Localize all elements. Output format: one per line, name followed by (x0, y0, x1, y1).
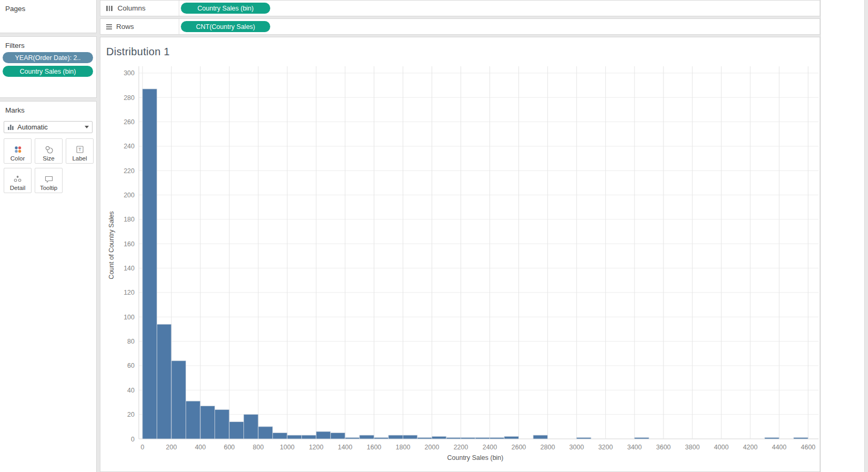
worksheet: Distribution 1 0204060801001201401601802… (100, 37, 820, 472)
histogram-bar[interactable] (577, 438, 591, 439)
histogram-bar[interactable] (446, 438, 461, 439)
y-tick-label: 60 (127, 362, 135, 369)
histogram-bar[interactable] (417, 438, 432, 439)
histogram-bar[interactable] (287, 435, 301, 439)
x-tick-label: 4400 (772, 444, 787, 451)
histogram-bar[interactable] (490, 438, 504, 439)
rows-icon (106, 24, 112, 29)
histogram-bar[interactable] (360, 435, 374, 439)
filters-shelf[interactable]: Filters YEAR(Order Date): 2..Country Sal… (0, 36, 97, 98)
x-axis-title: Country Sales (bin) (142, 454, 808, 461)
svg-text:T: T (78, 146, 81, 152)
detail-button-label: Detail (10, 185, 25, 191)
histogram-bar[interactable] (504, 436, 518, 439)
marks-card: Marks Automatic Color Si (0, 101, 97, 472)
x-tick-label: 2000 (425, 444, 440, 451)
columns-shelf[interactable]: Columns Country Sales (bin) (100, 0, 820, 16)
x-tick-label: 1400 (338, 444, 352, 451)
histogram-bar[interactable] (533, 435, 547, 439)
y-tick-label: 200 (124, 192, 135, 199)
y-tick-label: 260 (124, 118, 135, 126)
size-icon (44, 145, 54, 154)
x-tick-label: 3800 (685, 444, 700, 451)
histogram-plot: 0204060801001201401601802002202402602803… (100, 37, 820, 471)
x-tick-label: 200 (166, 444, 177, 451)
histogram-bar[interactable] (403, 435, 417, 439)
histogram-bar[interactable] (389, 435, 403, 439)
right-gutter (820, 0, 865, 472)
bar-chart-icon (7, 124, 14, 130)
histogram-bar[interactable] (432, 436, 446, 439)
x-tick-label: 0 (141, 444, 145, 451)
color-button-label: Color (11, 155, 25, 162)
filters-label: Filters (0, 37, 96, 49)
histogram-bar[interactable] (316, 431, 330, 439)
histogram-bar[interactable] (345, 438, 359, 439)
histogram-bar[interactable] (461, 438, 475, 439)
pages-shelf[interactable]: Pages (0, 0, 97, 33)
x-tick-label: 4600 (801, 444, 815, 451)
columns-label: Columns (118, 4, 146, 12)
histogram-bar[interactable] (273, 433, 287, 439)
histogram-bar[interactable] (186, 401, 200, 439)
histogram-bar[interactable] (142, 89, 157, 439)
histogram-bar[interactable] (157, 324, 171, 439)
histogram-bar[interactable] (258, 427, 272, 439)
mark-type-dropdown[interactable]: Automatic (4, 121, 93, 133)
x-tick-label: 1800 (396, 444, 411, 451)
histogram-bar[interactable] (171, 361, 186, 439)
histogram-bar[interactable] (200, 406, 215, 439)
histogram-bar[interactable] (475, 438, 489, 439)
x-tick-label: 600 (224, 444, 235, 451)
y-tick-label: 140 (124, 265, 135, 272)
x-tick-label: 2600 (512, 444, 526, 451)
histogram-bar[interactable] (229, 422, 243, 439)
histogram-bar[interactable] (794, 438, 808, 439)
y-tick-label: 0 (131, 436, 135, 443)
filter-pill[interactable]: Country Sales (bin) (3, 66, 93, 77)
histogram-bar[interactable] (215, 409, 229, 439)
y-tick-label: 40 (127, 387, 135, 394)
histogram-bar[interactable] (635, 438, 649, 439)
histogram-bar[interactable] (765, 438, 779, 439)
filter-pill[interactable]: YEAR(Order Date): 2.. (3, 52, 93, 63)
mark-type-value: Automatic (17, 123, 85, 131)
histogram-bar[interactable] (302, 435, 316, 439)
x-tick-label: 3400 (627, 444, 642, 451)
x-tick-label: 2200 (454, 444, 468, 451)
detail-button[interactable]: Detail (4, 168, 32, 193)
pages-label: Pages (0, 0, 96, 13)
rows-pill[interactable]: CNT(Country Sales) (181, 21, 270, 32)
x-tick-label: 2400 (483, 444, 497, 451)
marks-label: Marks (0, 102, 96, 114)
x-tick-label: 400 (195, 444, 206, 451)
y-tick-label: 20 (127, 411, 135, 418)
size-button[interactable]: Size (35, 138, 63, 164)
y-tick-label: 80 (127, 338, 135, 345)
color-button[interactable]: Color (4, 138, 32, 164)
columns-pill[interactable]: Country Sales (bin) (181, 3, 270, 14)
rows-shelf[interactable]: Rows CNT(Country Sales) (100, 18, 820, 35)
detail-icon (13, 174, 23, 184)
columns-shelf-head: Columns (100, 1, 179, 16)
y-tick-label: 120 (124, 289, 135, 296)
y-tick-label: 220 (124, 167, 135, 175)
x-tick-label: 3000 (569, 444, 584, 451)
filter-pill-list: YEAR(Order Date): 2..Country Sales (bin) (0, 52, 96, 77)
histogram-bar[interactable] (244, 415, 258, 439)
rows-shelf-head: Rows (100, 19, 179, 34)
tooltip-button[interactable]: Tooltip (35, 168, 63, 193)
color-icon (13, 145, 23, 154)
x-tick-label: 4200 (743, 444, 758, 451)
size-button-label: Size (43, 155, 54, 162)
x-tick-label: 1000 (280, 444, 294, 451)
label-button[interactable]: T Label (66, 138, 94, 164)
tooltip-icon (44, 174, 54, 184)
x-tick-label: 1200 (309, 444, 323, 451)
x-tick-label: 4000 (714, 444, 729, 451)
y-tick-label: 240 (124, 143, 135, 150)
x-tick-label: 3600 (656, 444, 671, 451)
histogram-bar[interactable] (374, 438, 388, 439)
histogram-bar[interactable] (331, 433, 345, 439)
x-tick-label: 3200 (598, 444, 613, 451)
